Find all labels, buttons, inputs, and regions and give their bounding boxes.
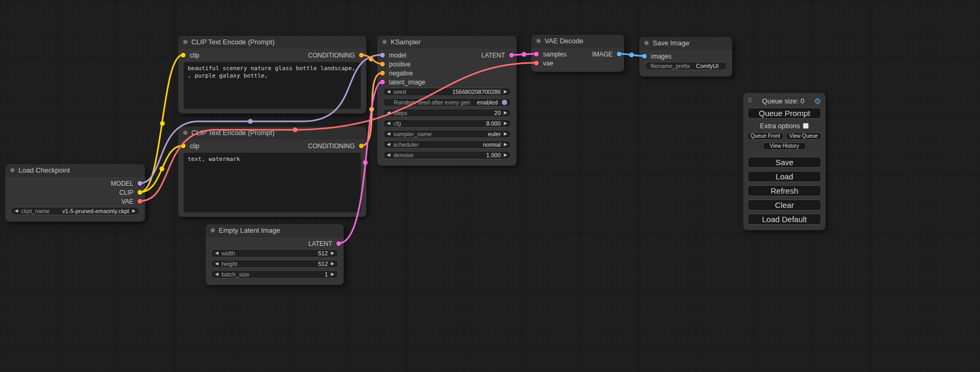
output-port-vae[interactable] [138, 199, 142, 204]
link-midpoint-dot[interactable] [369, 57, 374, 62]
input-label-model: model [389, 52, 406, 59]
input-port-clip[interactable] [181, 53, 186, 58]
widget-ckpt-name[interactable]: ◀ ckpt_name v1-5-pruned-emaonly.ckpt ▶ [11, 207, 140, 215]
output-port-latent[interactable] [336, 241, 341, 246]
settings-gear-icon[interactable]: ⚙ [814, 97, 821, 105]
widget-seed[interactable]: ◀ seed 156680208700286 ▶ [383, 88, 511, 96]
drag-handle-icon[interactable]: ⠿ [748, 97, 752, 104]
link-midpoint-dot[interactable] [522, 52, 527, 57]
widget-steps[interactable]: ◀ steps 20 ▶ [383, 109, 511, 117]
node-ksampler[interactable]: KSampler model LATENT positive [377, 36, 517, 166]
node-clip-text-encode-negative[interactable]: CLIP Text Encode (Prompt) clip CONDITION… [178, 127, 366, 217]
arrow-left-icon[interactable]: ◀ [387, 111, 390, 115]
arrow-left-icon[interactable]: ◀ [387, 132, 390, 136]
arrow-right-icon[interactable]: ▶ [504, 153, 507, 157]
node-empty-latent-image[interactable]: Empty Latent Image LATENT ◀ width 512 ▶ … [206, 224, 344, 285]
link-midpoint-dot[interactable] [248, 119, 253, 124]
arrow-right-icon[interactable]: ▶ [504, 132, 507, 136]
clear-button[interactable]: Clear [748, 199, 821, 211]
queue-front-button[interactable]: Queue Front [748, 132, 783, 140]
widget-filename-prefix[interactable]: filename_prefix ComfyUI [645, 62, 727, 70]
arrow-left-icon[interactable]: ◀ [387, 90, 390, 94]
arrow-right-icon[interactable]: ▶ [504, 90, 507, 94]
link-midpoint-dot[interactable] [160, 121, 165, 126]
collapse-dot-icon[interactable] [183, 40, 188, 44]
widget-label: cfg [393, 120, 401, 127]
input-port-negative[interactable] [380, 71, 385, 75]
arrow-right-icon[interactable]: ▶ [331, 272, 334, 276]
node-title-bar[interactable]: Empty Latent Image [206, 224, 344, 237]
node-title-bar[interactable]: CLIP Text Encode (Prompt) [178, 127, 366, 139]
arrow-right-icon[interactable]: ▶ [504, 142, 507, 147]
link-midpoint-dot[interactable] [370, 107, 374, 112]
node-title-bar[interactable]: VAE Decode [531, 35, 624, 47]
input-port-model[interactable] [380, 53, 385, 58]
arrow-right-icon[interactable]: ▶ [504, 111, 507, 115]
negative-prompt-textarea[interactable]: text, watermark [183, 152, 361, 213]
node-graph-canvas[interactable]: Load Checkpoint MODEL CLIP VAE [0, 0, 980, 372]
node-title-bar[interactable]: Save Image [639, 37, 732, 50]
node-save-image[interactable]: Save Image images filename_prefix ComfyU… [639, 37, 732, 77]
collapse-dot-icon[interactable] [183, 130, 188, 135]
arrow-right-icon[interactable]: ▶ [331, 262, 334, 266]
input-port-clip[interactable] [181, 144, 186, 148]
input-port-positive[interactable] [380, 62, 385, 66]
output-port-image[interactable] [617, 52, 622, 56]
positive-prompt-textarea[interactable]: beautiful scenery nature glass bottle la… [183, 62, 361, 109]
collapse-dot-icon[interactable] [536, 39, 541, 43]
queue-prompt-button[interactable]: Queue Prompt [748, 108, 821, 119]
wire-checkpoint-clip-to-negative-clip[interactable] [140, 146, 183, 192]
widget-sampler-name[interactable]: ◀ sampler_name euler ▶ [383, 130, 511, 138]
extra-options-label: Extra options [760, 122, 800, 130]
extra-options-checkbox[interactable] [803, 123, 809, 129]
arrow-left-icon[interactable]: ◀ [215, 251, 218, 255]
node-title-bar[interactable]: KSampler [377, 36, 517, 49]
load-button[interactable]: Load [748, 171, 821, 182]
widget-random-seed-toggle[interactable]: Random seed after every gen enabled [383, 98, 511, 107]
toggle-knob-icon[interactable] [502, 100, 507, 105]
node-title-bar[interactable]: Load Checkpoint [5, 164, 145, 177]
view-queue-button[interactable]: View Queue [786, 132, 822, 140]
arrow-left-icon[interactable]: ◀ [215, 262, 218, 266]
widget-height[interactable]: ◀ height 512 ▶ [211, 260, 338, 268]
collapse-dot-icon[interactable] [210, 228, 215, 233]
node-title: Empty Latent Image [219, 226, 280, 234]
arrow-left-icon[interactable]: ◀ [15, 209, 18, 213]
widget-cfg[interactable]: ◀ cfg 8.000 ▶ [383, 119, 511, 128]
arrow-right-icon[interactable]: ▶ [132, 209, 135, 213]
output-port-clip[interactable] [138, 190, 142, 195]
arrow-left-icon[interactable]: ◀ [387, 153, 390, 157]
refresh-button[interactable]: Refresh [748, 185, 821, 196]
node-load-checkpoint[interactable]: Load Checkpoint MODEL CLIP VAE [5, 164, 145, 222]
widget-scheduler[interactable]: ◀ scheduler normal ▶ [383, 140, 511, 149]
input-port-latent-image[interactable] [380, 80, 385, 84]
link-midpoint-dot[interactable] [629, 53, 634, 58]
widget-denoise[interactable]: ◀ denoise 1.000 ▶ [383, 151, 511, 159]
widget-batch-size[interactable]: ◀ batch_size 1 ▶ [211, 270, 338, 279]
arrow-right-icon[interactable]: ▶ [331, 251, 334, 255]
output-port-latent[interactable] [509, 53, 514, 58]
collapse-dot-icon[interactable] [382, 40, 387, 44]
link-midpoint-dot[interactable] [160, 167, 164, 171]
save-button[interactable]: Save [748, 157, 821, 168]
input-port-images[interactable] [642, 54, 647, 59]
output-port-model[interactable] [138, 181, 142, 186]
input-label-images: images [651, 53, 672, 60]
widget-width[interactable]: ◀ width 512 ▶ [211, 249, 338, 257]
node-title-bar[interactable]: CLIP Text Encode (Prompt) [178, 36, 366, 49]
input-port-samples[interactable] [534, 52, 539, 56]
arrow-left-icon[interactable]: ◀ [387, 142, 390, 147]
collapse-dot-icon[interactable] [644, 41, 649, 45]
node-clip-text-encode-positive[interactable]: CLIP Text Encode (Prompt) clip CONDITION… [178, 36, 366, 113]
output-port-conditioning[interactable] [359, 144, 364, 148]
arrow-left-icon[interactable]: ◀ [215, 272, 218, 276]
input-port-vae[interactable] [534, 61, 539, 65]
load-default-button[interactable]: Load Default [748, 214, 821, 225]
node-vae-decode[interactable]: VAE Decode samples IMAGE vae [531, 35, 624, 72]
arrow-right-icon[interactable]: ▶ [504, 121, 507, 126]
collapse-dot-icon[interactable] [10, 168, 15, 173]
wire-checkpoint-clip-to-positive-clip[interactable] [140, 55, 183, 192]
arrow-left-icon[interactable]: ◀ [387, 121, 390, 126]
output-port-conditioning[interactable] [359, 53, 364, 58]
view-history-button[interactable]: View History [763, 142, 806, 150]
